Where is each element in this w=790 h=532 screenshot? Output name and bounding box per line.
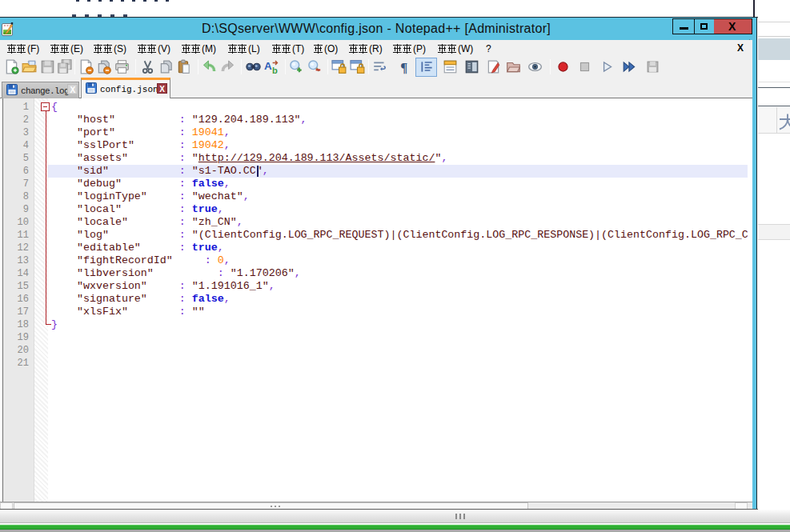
- svg-text:b: b: [272, 66, 278, 74]
- svg-text:A: A: [264, 60, 272, 72]
- svg-text:¶: ¶: [400, 60, 407, 74]
